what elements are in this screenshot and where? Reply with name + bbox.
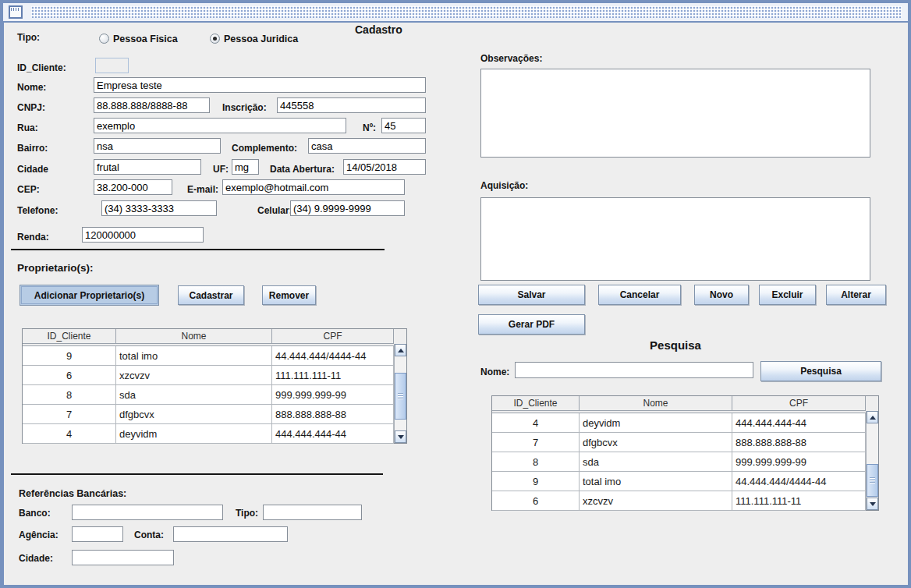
excluir-button[interactable]: Excluir <box>759 285 816 305</box>
cell-id: 4 <box>492 413 580 432</box>
table-row[interactable]: 7 dfgbcvx 888.888.888-88 <box>23 405 394 424</box>
salvar-button[interactable]: Salvar <box>478 285 585 305</box>
cell-cpf: 888.888.888-88 <box>272 405 394 423</box>
column-header[interactable]: CPF <box>272 329 394 344</box>
rua-field[interactable] <box>94 118 346 133</box>
data-abertura-field[interactable] <box>343 159 426 175</box>
cadastrar-button[interactable]: Cadastrar <box>178 285 244 305</box>
table-row[interactable]: 6 xzcvzv 111.111.111-11 <box>23 366 394 385</box>
agencia-label: Agência: <box>19 530 58 540</box>
arrow-down-icon <box>398 435 404 439</box>
bairro-label: Bairro: <box>17 143 48 154</box>
renda-field[interactable] <box>82 227 204 243</box>
id-cliente-field[interactable] <box>95 58 129 73</box>
pesquisa-nome-label: Nome: <box>480 367 509 377</box>
table-row[interactable]: 9 total imo 44.444.444/4444-44 <box>492 472 866 491</box>
uf-field[interactable] <box>232 159 259 175</box>
pessoa-fisica-radio[interactable] <box>99 34 109 44</box>
telefone-field[interactable] <box>101 200 217 216</box>
nome-field[interactable] <box>94 77 426 93</box>
table-header: ID_Cliente Nome CPF <box>492 396 878 411</box>
cep-field[interactable] <box>94 179 172 195</box>
table-row[interactable]: 7 dfgbcvx 888.888.888-88 <box>492 433 866 452</box>
inscricao-field[interactable] <box>277 97 426 113</box>
pessoa-fisica-radio-label[interactable]: Pessoa Fisica <box>113 34 178 44</box>
cancelar-button[interactable]: Cancelar <box>598 285 681 305</box>
remover-button[interactable]: Remover <box>262 285 316 305</box>
pessoa-juridica-radio-label[interactable]: Pessoa Juridica <box>224 34 298 44</box>
table-row[interactable]: 9 total imo 44.444.444/4444-44 <box>23 346 394 366</box>
table-body: 9 total imo 44.444.444/4444-44 6 xzcvzv … <box>23 345 394 444</box>
adicionar-proprietarios-button[interactable]: Adicionar Proprietario(s) <box>19 285 159 306</box>
cell-cpf: 44.444.444/4444-44 <box>732 472 866 491</box>
numero-field[interactable] <box>381 118 426 133</box>
rua-label: Rua: <box>17 122 38 133</box>
cell-nome: deyvidm <box>116 424 272 443</box>
separator <box>11 249 385 250</box>
column-header[interactable]: CPF <box>732 396 866 411</box>
pesquisa-nome-field[interactable] <box>515 362 753 378</box>
banco-field[interactable] <box>72 505 223 520</box>
column-header[interactable]: Nome <box>116 329 272 344</box>
email-label: E-mail: <box>187 184 218 195</box>
cell-id: 6 <box>492 491 580 510</box>
complemento-field[interactable] <box>308 138 426 154</box>
inscricao-label: Inscrição: <box>222 102 267 113</box>
arrow-up-icon <box>870 416 876 420</box>
scroll-down-button[interactable] <box>395 430 406 443</box>
cell-id: 9 <box>492 472 580 491</box>
celular-label: Celular: <box>257 205 292 216</box>
cell-nome: total imo <box>580 472 732 491</box>
proprietarios-title: Proprietario(s): <box>17 262 94 274</box>
agencia-field[interactable] <box>72 526 123 542</box>
banco-label: Banco: <box>19 508 51 519</box>
conta-label: Conta: <box>134 530 164 540</box>
vertical-scrollbar[interactable] <box>866 411 878 510</box>
cell-id: 7 <box>23 405 116 423</box>
scroll-up-button[interactable] <box>867 411 878 423</box>
cell-nome: total imo <box>116 346 272 365</box>
cell-nome: xzcvzv <box>580 491 732 510</box>
window-icon <box>9 5 23 19</box>
scroll-down-button[interactable] <box>867 498 878 510</box>
table-row[interactable]: 6 xzcvzv 111.111.111-11 <box>492 491 866 511</box>
cidade-banco-field[interactable] <box>72 550 174 565</box>
cell-nome: dfgbcvx <box>116 405 272 423</box>
scrollbar-thumb[interactable] <box>395 373 406 420</box>
column-header[interactable]: Nome <box>580 396 732 411</box>
observacoes-label: Observações: <box>480 53 542 64</box>
column-header[interactable]: ID_Cliente <box>23 329 116 344</box>
table-row[interactable]: 8 sda 999.999.999-99 <box>23 385 394 405</box>
separator <box>11 473 383 475</box>
novo-button[interactable]: Novo <box>694 285 749 305</box>
aquisicao-textarea[interactable] <box>480 197 870 281</box>
column-header[interactable]: ID_Cliente <box>492 396 580 411</box>
conta-field[interactable] <box>173 526 288 542</box>
tipo-label: Tipo: <box>17 32 40 43</box>
alterar-button[interactable]: Alterar <box>826 285 886 305</box>
numero-label: Nº: <box>363 122 376 133</box>
table-row[interactable]: 8 sda 999.999.999-99 <box>492 452 866 472</box>
bairro-field[interactable] <box>94 138 221 154</box>
tipo-conta-field[interactable] <box>263 505 362 520</box>
titlebar[interactable] <box>3 3 908 21</box>
titlebar-texture <box>31 6 902 18</box>
gerar-pdf-button[interactable]: Gerar PDF <box>478 314 585 335</box>
celular-field[interactable] <box>290 200 405 216</box>
data-abertura-label: Data Abertura: <box>270 164 335 175</box>
cidade-field[interactable] <box>94 159 201 175</box>
pessoa-juridica-radio[interactable] <box>210 34 220 44</box>
pesquisa-title: Pesquisa <box>480 338 870 352</box>
cell-id: 8 <box>492 452 580 471</box>
pesquisa-table: ID_Cliente Nome CPF 4 deyvidm 444.444.44… <box>491 395 879 511</box>
observacoes-textarea[interactable] <box>480 69 870 158</box>
table-row[interactable]: 4 deyvidm 444.444.444-44 <box>23 424 394 444</box>
cnpj-field[interactable] <box>94 97 210 113</box>
table-row[interactable]: 4 deyvidm 444.444.444-44 <box>492 413 866 433</box>
pesquisa-button[interactable]: Pesquisa <box>760 361 881 381</box>
window-frame: Cadastro Tipo: Pessoa Fisica Pessoa Juri… <box>0 0 911 588</box>
vertical-scrollbar[interactable] <box>394 344 406 443</box>
email-field[interactable] <box>222 179 405 195</box>
scrollbar-thumb[interactable] <box>867 464 878 497</box>
scroll-up-button[interactable] <box>395 344 406 356</box>
